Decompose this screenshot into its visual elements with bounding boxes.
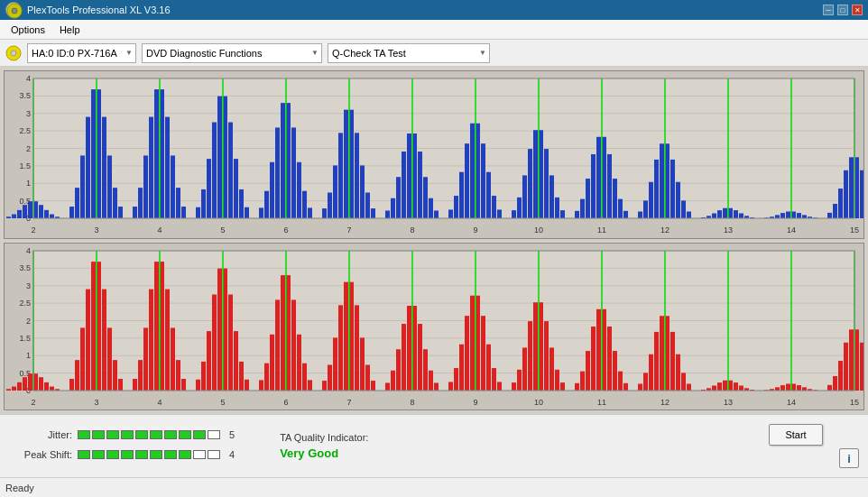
titlebar: PlexTools Professional XL V3.16 ─ □ ✕: [0, 0, 868, 20]
led-cell: [164, 430, 177, 439]
main-area: [0, 67, 868, 414]
led-cell: [179, 450, 191, 459]
menu-options[interactable]: Options: [4, 23, 52, 37]
chart-top-canvas: [5, 71, 863, 238]
led-cell: [121, 450, 134, 459]
led-cell: [92, 430, 105, 439]
led-cell: [193, 450, 206, 459]
led-cell: [208, 450, 220, 459]
led-cell: [121, 430, 134, 439]
menu-help[interactable]: Help: [52, 23, 88, 37]
device-select[interactable]: HA:0 ID:0 PX-716A: [27, 43, 136, 63]
maximize-button[interactable]: □: [837, 5, 848, 15]
svg-point-1: [12, 8, 17, 14]
function-select-wrapper[interactable]: DVD Diagnostic Functions: [142, 43, 322, 63]
minimize-button[interactable]: ─: [823, 5, 834, 15]
led-cell: [150, 450, 162, 459]
ta-quality-label: TA Quality Indicator:: [280, 432, 368, 443]
led-cell: [106, 450, 119, 459]
info-button[interactable]: i: [839, 448, 859, 468]
metrics-section: Jitter: 5 Peak Shift: 4: [9, 429, 235, 464]
peak-shift-value: 4: [229, 449, 235, 460]
statusbar: Ready: [0, 477, 868, 497]
app-icon: [5, 2, 22, 18]
titlebar-controls: ─ □ ✕: [823, 5, 863, 15]
led-cell: [193, 430, 206, 439]
led-cell: [164, 450, 177, 459]
chart-top: [4, 70, 864, 239]
chart-bottom-canvas: [5, 244, 863, 410]
test-select[interactable]: Q-Check TA Test: [328, 43, 490, 63]
menubar: Options Help: [0, 20, 868, 40]
jitter-row: Jitter: 5: [9, 429, 235, 440]
led-cell: [135, 450, 148, 459]
svg-point-3: [11, 51, 16, 56]
led-cell: [78, 430, 90, 439]
peak-shift-leds: [78, 450, 220, 459]
led-cell: [135, 430, 148, 439]
jitter-value: 5: [229, 429, 235, 440]
led-cell: [106, 430, 119, 439]
function-select[interactable]: DVD Diagnostic Functions: [142, 43, 322, 63]
close-button[interactable]: ✕: [852, 5, 863, 15]
device-disc-icon: [5, 45, 22, 61]
led-cell: [92, 450, 105, 459]
bottom-panel: Jitter: 5 Peak Shift: 4 TA Quality Indic…: [0, 414, 868, 477]
ta-quality-section: TA Quality Indicator: Very Good: [280, 432, 368, 460]
ta-quality-value: Very Good: [280, 446, 368, 460]
test-select-wrapper[interactable]: Q-Check TA Test: [328, 43, 490, 63]
device-select-wrapper[interactable]: HA:0 ID:0 PX-716A: [27, 43, 136, 63]
led-cell: [208, 430, 220, 439]
jitter-label: Jitter:: [9, 429, 72, 440]
charts-wrapper: [4, 70, 864, 410]
peak-shift-label: Peak Shift:: [9, 449, 72, 460]
app-title: PlexTools Professional XL V3.16: [27, 5, 171, 15]
led-cell: [150, 430, 162, 439]
led-cell: [179, 430, 191, 439]
led-cell: [78, 450, 90, 459]
start-button[interactable]: Start: [769, 424, 823, 446]
peak-shift-row: Peak Shift: 4: [9, 449, 235, 460]
toolbar: HA:0 ID:0 PX-716A DVD Diagnostic Functio…: [0, 40, 868, 67]
titlebar-left: PlexTools Professional XL V3.16: [5, 2, 171, 18]
chart-bottom: [4, 243, 864, 411]
status-text: Ready: [5, 483, 34, 493]
jitter-leds: [78, 430, 220, 439]
